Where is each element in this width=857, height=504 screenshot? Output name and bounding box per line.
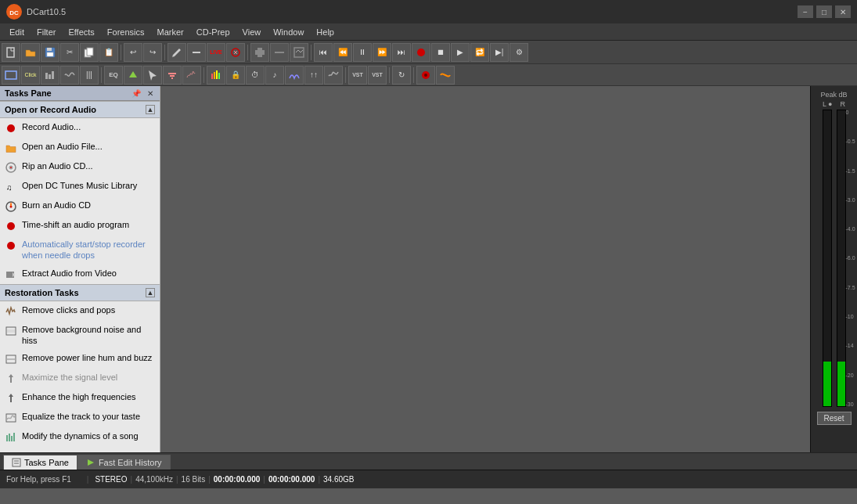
task-time-shift[interactable]: Time-shift an audio program [0, 216, 160, 236]
minimize-button[interactable]: − [798, 5, 813, 18]
tb-pencil[interactable] [167, 43, 186, 62]
tb-silence[interactable] [187, 43, 206, 62]
tb2-fx1[interactable] [416, 66, 435, 85]
pane-pin-button[interactable]: 📌 [130, 89, 142, 98]
tb-undo[interactable]: ↩ [124, 43, 142, 62]
tb2-dynamics[interactable] [285, 66, 304, 85]
tab-fast-edit[interactable]: Fast Edit History [77, 455, 171, 470]
section-restoration-header[interactable]: Restoration Tasks ▲ [0, 284, 160, 301]
tb-record-live[interactable]: LIVE [207, 43, 225, 62]
tb-pause[interactable]: ⏸ [353, 43, 372, 62]
task-dynamics[interactable]: Modify the dynamics of a song [0, 427, 160, 447]
task-open-audio-file[interactable]: Open an Audio File... [0, 138, 160, 157]
menu-filter[interactable]: Filter [31, 26, 62, 38]
task-extract-video[interactable]: Extract Audio from Video [0, 265, 160, 284]
task-remove-noise[interactable]: Remove background noise and hiss [0, 321, 160, 350]
task-maximize-signal[interactable]: Maximize the signal level [0, 369, 160, 388]
tb-play-sel[interactable]: ▶| [490, 43, 509, 62]
section-open-record-header[interactable]: Open or Record Audio ▲ [0, 101, 160, 118]
tb2-sel-all[interactable] [2, 66, 20, 85]
tb2-pitch[interactable]: ♪ [265, 66, 284, 85]
menu-view[interactable]: View [236, 26, 268, 38]
tb2-fx2[interactable] [436, 66, 455, 85]
tb2-clock[interactable]: ⏱ [246, 66, 265, 85]
tb-cut[interactable]: ✂ [60, 43, 79, 62]
task-extract-video-label: Extract Audio from Video [22, 268, 117, 279]
svg-rect-13 [294, 48, 304, 57]
tb-loop[interactable]: 🔁 [470, 43, 489, 62]
tb2-lock[interactable]: 🔒 [226, 66, 245, 85]
task-rip-cd[interactable]: Rip an Audio CD... [0, 157, 160, 177]
tb-rewind[interactable]: ⏪ [333, 43, 352, 62]
svg-point-32 [10, 167, 12, 168]
task-enhance-high[interactable]: Enhance the high frequencies [0, 388, 160, 408]
tb-paste[interactable]: 📋 [99, 43, 118, 62]
svg-marker-44 [9, 374, 13, 377]
task-dc-tunes[interactable]: ♫ Open DC Tunes Music Library [0, 177, 160, 196]
svg-rect-22 [171, 77, 173, 79]
tb2-vst[interactable]: VST [348, 66, 367, 85]
maximize-button[interactable]: □ [816, 5, 832, 18]
tab-tasks-pane[interactable]: Tasks Pane [3, 455, 77, 470]
svg-marker-55 [88, 459, 94, 466]
section-restoration-collapse[interactable]: ▲ [146, 288, 155, 297]
tb-copy[interactable] [80, 43, 99, 62]
tb-fit[interactable] [290, 43, 308, 62]
tb-fast-fwd[interactable]: ⏩ [373, 43, 391, 62]
menu-forensics[interactable]: Forensics [101, 26, 151, 38]
tb2-wave[interactable] [60, 66, 79, 85]
svg-rect-4 [47, 48, 52, 51]
tb-settings[interactable]: ⚙ [510, 43, 528, 62]
task-enhance-high-label: Enhance the high frequencies [22, 391, 136, 402]
task-burn-cd[interactable]: Burn an Audio CD [0, 196, 160, 216]
tb-save[interactable] [41, 43, 59, 62]
tasks-pane: Tasks Pane 📌 ✕ Open or Record Audio ▲ Re… [0, 86, 160, 452]
tb-skip-start[interactable]: ⏮ [314, 43, 333, 62]
task-auto-recorder[interactable]: Automatically start/stop recorder when n… [0, 236, 160, 265]
task-remove-clicks[interactable]: Remove clicks and pops [0, 301, 160, 321]
pane-close-button[interactable]: ✕ [146, 89, 155, 98]
menu-edit[interactable]: Edit [3, 26, 31, 38]
tb-open[interactable] [21, 43, 40, 62]
task-equalize[interactable]: Equalize the track to your taste [0, 408, 160, 427]
tb2-arrow-up[interactable] [124, 66, 142, 85]
svg-rect-21 [170, 75, 175, 77]
tb2-click[interactable]: Click [21, 66, 40, 85]
svg-rect-48 [6, 435, 8, 441]
tb2-refresh[interactable]: ↻ [392, 66, 411, 85]
tb2-spectra[interactable]: ||| [80, 66, 99, 85]
status-disk-space: 34.60GB [323, 475, 354, 484]
tb-zoom-out[interactable] [270, 43, 289, 62]
status-sample-rate: 44,100kHz [135, 475, 173, 484]
tb-redo[interactable]: ↪ [143, 43, 162, 62]
status-length: 00:00:00.000 [268, 475, 315, 484]
tb2-cursor[interactable] [143, 66, 162, 85]
tb2-eq[interactable]: EQ [104, 66, 123, 85]
tb2-noise2[interactable] [182, 66, 201, 85]
tb-effects[interactable] [226, 43, 245, 62]
tb2-bar[interactable] [41, 66, 59, 85]
toolbar-main: ✂ 📋 ↩ ↪ LIVE ⏮ ⏪ ⏸ ⏩ ⏭ ⏹ ▶ 🔁 ▶| ⚙ [0, 41, 857, 64]
tb-stop[interactable]: ⏹ [431, 43, 450, 62]
reset-button[interactable]: Reset [817, 412, 852, 425]
tb-new[interactable] [2, 43, 20, 62]
tb2-spectrum[interactable] [207, 66, 225, 85]
task-remove-hum[interactable]: Remove power line hum and buzz [0, 349, 160, 369]
tb-zoom-in[interactable] [250, 43, 269, 62]
tb-play[interactable]: ▶ [451, 43, 470, 62]
tb-skip-end[interactable]: ⏭ [392, 43, 411, 62]
menu-marker[interactable]: Marker [151, 26, 190, 38]
tb2-filter2[interactable] [163, 66, 182, 85]
menu-window[interactable]: Window [267, 26, 310, 38]
close-button[interactable]: ✕ [835, 5, 851, 18]
menu-help[interactable]: Help [310, 26, 340, 38]
menu-effects[interactable]: Effects [62, 26, 100, 38]
task-record-audio[interactable]: Record Audio... [0, 118, 160, 138]
tb2-vst2[interactable]: VST [368, 66, 387, 85]
section-open-record-collapse[interactable]: ▲ [146, 105, 155, 114]
menu-cd-prep[interactable]: CD-Prep [190, 26, 236, 38]
svg-rect-11 [257, 48, 262, 57]
tb-record[interactable] [412, 43, 430, 62]
tb2-normalize[interactable]: ↑↑ [304, 66, 323, 85]
tb2-eq2[interactable] [324, 66, 343, 85]
